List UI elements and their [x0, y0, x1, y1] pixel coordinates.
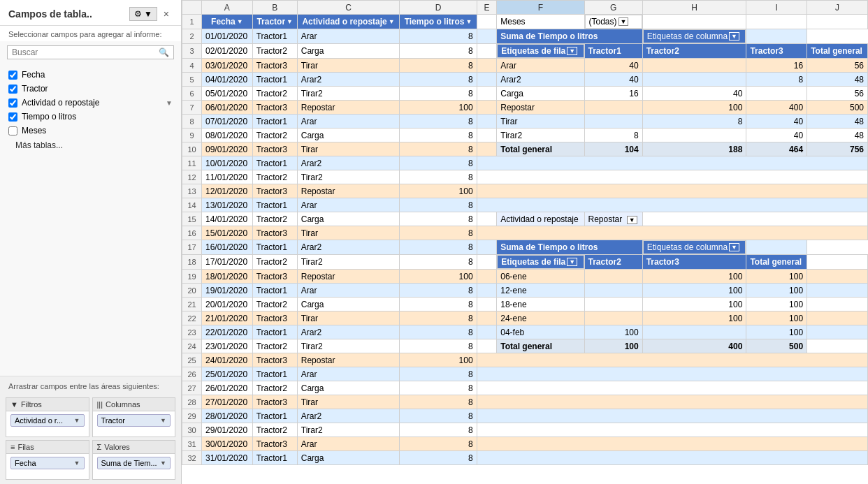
col-header-A[interactable]: A: [202, 1, 253, 15]
actividad-cell[interactable]: Repostar: [297, 353, 400, 367]
tractor-cell[interactable]: Tractor2: [252, 339, 297, 353]
actividad-cell[interactable]: Tirar2: [297, 255, 400, 270]
tractor-cell[interactable]: Tractor1: [252, 115, 297, 129]
tractor-cell[interactable]: Tractor1: [252, 29, 297, 44]
actividad-cell[interactable]: Arar: [297, 29, 400, 44]
valores-chip[interactable]: Suma de Tiem... ▼: [97, 457, 171, 469]
valor-cell[interactable]: 8: [400, 156, 477, 170]
filtros-chip[interactable]: Actividad o r... ▼: [10, 414, 85, 427]
tractor-cell[interactable]: Tractor2: [252, 87, 297, 101]
actividad-cell[interactable]: Carga: [297, 451, 400, 465]
search-input[interactable]: [12, 47, 159, 57]
actividad-cell[interactable]: Repostar: [297, 270, 400, 284]
valor-cell[interactable]: 8: [400, 170, 477, 184]
tractor-cell[interactable]: Tractor1: [252, 367, 297, 381]
valor-cell[interactable]: 8: [400, 255, 477, 270]
fecha-cell[interactable]: 17/01/2020: [202, 255, 253, 270]
tractor-cell[interactable]: Tractor3: [252, 142, 297, 156]
fecha-cell[interactable]: 26/01/2020: [202, 381, 253, 395]
valor-cell[interactable]: 8: [400, 395, 477, 409]
fecha-cell[interactable]: 03/01/2020: [202, 59, 253, 73]
valor-cell[interactable]: 8: [400, 339, 477, 353]
fecha-cell[interactable]: 25/01/2020: [202, 367, 253, 381]
slicer-value-cell[interactable]: Repostar ▼: [584, 212, 642, 226]
field-meses-checkbox[interactable]: [8, 126, 17, 135]
tractor-cell[interactable]: Tractor2: [252, 212, 297, 226]
valor-cell[interactable]: 100: [400, 270, 477, 284]
fecha-cell[interactable]: 09/01/2020: [202, 142, 253, 156]
valor-cell[interactable]: 8: [400, 142, 477, 156]
fecha-cell[interactable]: 06/01/2020: [202, 101, 253, 115]
actividad-cell[interactable]: Arar2: [297, 325, 400, 339]
fecha-cell[interactable]: 15/01/2020: [202, 226, 253, 240]
more-tables-link[interactable]: Más tablas...: [7, 138, 174, 156]
fecha-cell[interactable]: 30/01/2020: [202, 437, 253, 451]
tractor-cell[interactable]: Tractor3: [252, 226, 297, 240]
columnas-chip[interactable]: Tractor ▼: [97, 414, 171, 427]
actividad-cell[interactable]: Tirar2: [297, 423, 400, 437]
col-header-B[interactable]: B: [252, 1, 297, 15]
valor-cell[interactable]: 8: [400, 129, 477, 142]
actividad-cell[interactable]: Carga: [297, 212, 400, 226]
valor-cell[interactable]: 8: [400, 198, 477, 212]
valor-cell[interactable]: 8: [400, 226, 477, 240]
valor-cell[interactable]: 8: [400, 44, 477, 59]
actividad-cell[interactable]: Arar2: [297, 240, 400, 255]
tractor-cell[interactable]: Tractor3: [252, 311, 297, 325]
valor-cell[interactable]: 8: [400, 423, 477, 437]
actividad-cell[interactable]: Tirar2: [297, 170, 400, 184]
pivot1-row-filter[interactable]: ▼: [567, 47, 577, 55]
actividad-cell[interactable]: Tirar: [297, 142, 400, 156]
tractor-cell[interactable]: Tractor3: [252, 59, 297, 73]
tractor-cell[interactable]: Tractor1: [252, 325, 297, 339]
actividad-cell[interactable]: Arar2: [297, 156, 400, 170]
valor-cell[interactable]: 8: [400, 367, 477, 381]
valor-cell[interactable]: 8: [400, 284, 477, 298]
tractor-cell[interactable]: Tractor3: [252, 270, 297, 284]
fecha-cell[interactable]: 31/01/2020: [202, 451, 253, 465]
actividad-cell[interactable]: Arar2: [297, 409, 400, 423]
col-header-C[interactable]: C: [297, 1, 400, 15]
actividad-cell[interactable]: Arar: [297, 437, 400, 451]
fecha-cell[interactable]: 20/01/2020: [202, 298, 253, 311]
slicer-filter-icon[interactable]: ▼: [627, 216, 637, 224]
col-header-G[interactable]: G: [584, 1, 642, 15]
valor-cell[interactable]: 8: [400, 381, 477, 395]
valor-cell[interactable]: 100: [400, 184, 477, 198]
todas-dropdown[interactable]: ▼: [619, 17, 629, 26]
tractor-cell[interactable]: Tractor2: [252, 255, 297, 270]
fecha-cell[interactable]: 01/01/2020: [202, 29, 253, 44]
valor-cell[interactable]: 8: [400, 212, 477, 226]
actividad-cell[interactable]: Repostar: [297, 101, 400, 115]
close-button[interactable]: ×: [160, 7, 173, 21]
fecha-cell[interactable]: 11/01/2020: [202, 170, 253, 184]
col-header-I[interactable]: I: [746, 1, 807, 15]
tractor-cell[interactable]: Tractor1: [252, 240, 297, 255]
fecha-cell[interactable]: 23/01/2020: [202, 339, 253, 353]
col-header-J[interactable]: J: [807, 1, 868, 15]
fecha-cell[interactable]: 04/01/2020: [202, 73, 253, 87]
tractor-cell[interactable]: Tractor2: [252, 423, 297, 437]
col-header-H[interactable]: H: [642, 1, 746, 15]
fecha-cell[interactable]: 14/01/2020: [202, 212, 253, 226]
col-tiempo[interactable]: Tiempo o litros ▼: [400, 15, 477, 29]
tractor-cell[interactable]: Tractor3: [252, 184, 297, 198]
actividad-cell[interactable]: Tirar: [297, 59, 400, 73]
actividad-cell[interactable]: Tirar2: [297, 87, 400, 101]
fecha-cell[interactable]: 12/01/2020: [202, 184, 253, 198]
field-fecha-checkbox[interactable]: [8, 71, 17, 80]
valor-cell[interactable]: 8: [400, 325, 477, 339]
valor-cell[interactable]: 8: [400, 298, 477, 311]
pivot2-row-filter[interactable]: ▼: [567, 258, 577, 266]
actividad-cell[interactable]: Tirar: [297, 395, 400, 409]
fecha-cell[interactable]: 05/01/2020: [202, 87, 253, 101]
filas-chip[interactable]: Fecha ▼: [10, 457, 85, 469]
actividad-cell[interactable]: Arar: [297, 198, 400, 212]
valor-cell[interactable]: 100: [400, 353, 477, 367]
pivot2-col-filter[interactable]: ▼: [729, 243, 739, 251]
todas-cell[interactable]: (Todas) ▼: [585, 15, 642, 29]
actividad-cell[interactable]: Carga: [297, 44, 400, 59]
actividad-cell[interactable]: Arar: [297, 367, 400, 381]
tractor-cell[interactable]: Tractor2: [252, 381, 297, 395]
tractor-cell[interactable]: Tractor1: [252, 73, 297, 87]
